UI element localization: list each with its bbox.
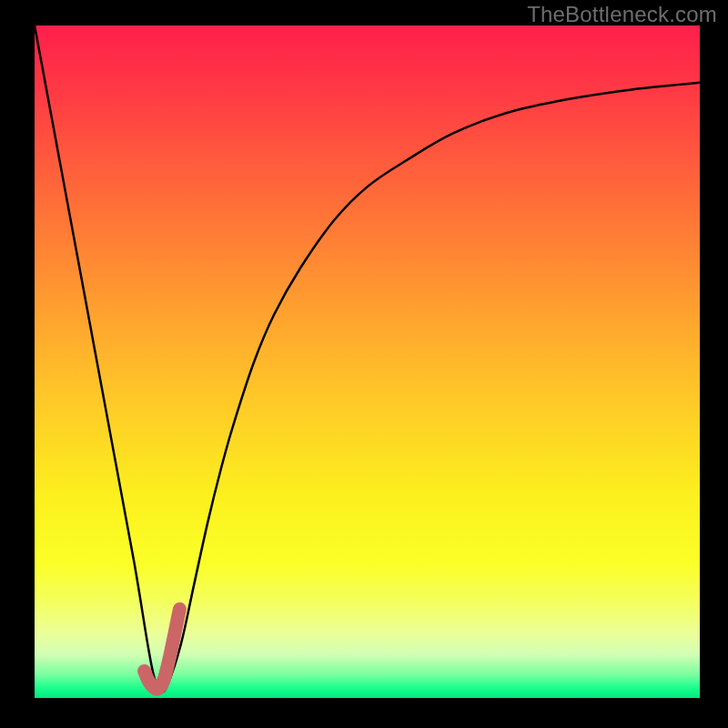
plot-area — [35, 25, 700, 698]
curve-layer — [35, 25, 700, 698]
chart-frame: TheBottleneck.com — [0, 0, 728, 728]
bottleneck-curve — [35, 25, 700, 692]
watermark-text: TheBottleneck.com — [527, 2, 717, 27]
